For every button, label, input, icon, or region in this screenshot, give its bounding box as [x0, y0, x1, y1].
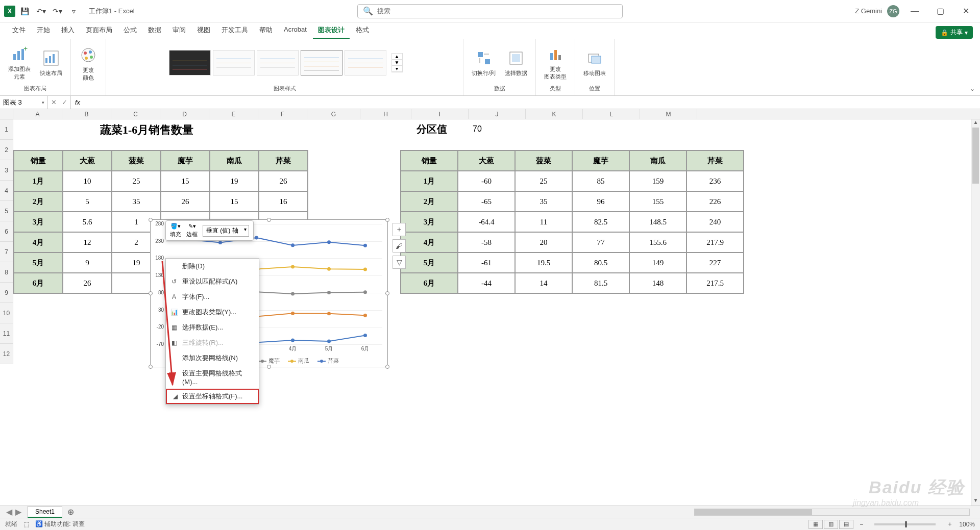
- tab-7[interactable]: 视图: [192, 22, 215, 39]
- td[interactable]: 26: [259, 171, 308, 191]
- gallery-down-icon[interactable]: ▼: [392, 60, 402, 66]
- td[interactable]: 25: [515, 171, 572, 191]
- chart-style-3[interactable]: [257, 50, 299, 75]
- row-header-10[interactable]: 10: [0, 303, 13, 323]
- gallery-up-icon[interactable]: ▲: [392, 54, 402, 60]
- row-header-7[interactable]: 7: [0, 242, 13, 262]
- zoom-thumb[interactable]: [905, 521, 907, 527]
- td[interactable]: 26: [161, 191, 210, 212]
- share-button[interactable]: 🔒 共享 ▾: [936, 26, 973, 39]
- row-header-4[interactable]: 4: [0, 181, 13, 201]
- td[interactable]: 77: [572, 232, 629, 253]
- tab-8[interactable]: 开发工具: [216, 22, 253, 39]
- search-input[interactable]: [377, 7, 617, 15]
- mini-fill-button[interactable]: 🪣▾ 填充: [170, 223, 181, 238]
- chart-plus-icon[interactable]: ＋: [393, 223, 406, 236]
- tab-9[interactable]: 帮助: [254, 22, 278, 39]
- sheet-tab-1[interactable]: Sheet1: [28, 506, 62, 518]
- col-header-I[interactable]: I: [411, 109, 469, 119]
- view-page-icon[interactable]: ▥: [824, 520, 838, 529]
- move-chart-button[interactable]: 移动图表: [580, 47, 609, 79]
- mini-axis-dropdown[interactable]: 垂直 (值) 轴: [203, 225, 249, 237]
- minimize-button[interactable]: —: [904, 4, 925, 18]
- ctx-item[interactable]: ◢设置坐标轴格式(F)...: [166, 389, 259, 404]
- td[interactable]: 11: [515, 212, 572, 232]
- chart-style-2[interactable]: [213, 50, 255, 75]
- change-chart-type-button[interactable]: 更改 图表类型: [541, 43, 570, 83]
- td[interactable]: 149: [629, 253, 687, 273]
- td[interactable]: 217.5: [687, 273, 744, 293]
- chart-handle-ne[interactable]: [385, 218, 389, 222]
- chart-handle-n[interactable]: [267, 218, 271, 222]
- cancel-icon[interactable]: ✕: [51, 98, 57, 106]
- col-header-F[interactable]: F: [258, 109, 307, 119]
- tab-1[interactable]: 开始: [32, 22, 55, 39]
- td[interactable]: 14: [515, 273, 572, 293]
- td[interactable]: 19.5: [515, 253, 572, 273]
- ctx-item[interactable]: ▦选择数据(E)...: [166, 320, 259, 335]
- td[interactable]: 226: [687, 191, 744, 212]
- td[interactable]: 4月: [401, 232, 458, 253]
- col-header-D[interactable]: D: [160, 109, 209, 119]
- row-header-3[interactable]: 3: [0, 160, 13, 181]
- row-header-9[interactable]: 9: [0, 283, 13, 303]
- view-break-icon[interactable]: ▤: [839, 520, 853, 529]
- td[interactable]: 16: [259, 191, 308, 212]
- td[interactable]: 82.5: [572, 212, 629, 232]
- td[interactable]: 227: [687, 253, 744, 273]
- tab-11[interactable]: 图表设计: [313, 22, 350, 39]
- chart-handle-e[interactable]: [385, 291, 389, 295]
- row-header-8[interactable]: 8: [0, 262, 13, 283]
- col-header-M[interactable]: M: [640, 109, 697, 119]
- enter-icon[interactable]: ✓: [62, 98, 67, 106]
- td[interactable]: 15: [210, 191, 259, 212]
- add-chart-element-button[interactable]: + 添加图表 元素: [5, 43, 34, 83]
- maximize-button[interactable]: ▢: [930, 4, 950, 18]
- zoom-in-icon[interactable]: ＋: [947, 520, 953, 528]
- macro-record-icon[interactable]: ⬚: [23, 521, 29, 528]
- row-header-11[interactable]: 11: [0, 323, 13, 344]
- col-header-C[interactable]: C: [111, 109, 160, 119]
- cells-area[interactable]: 蔬菜1-6月销售数量 分区值 70 销量大葱菠菜魔芋南瓜芹菜1月10251519…: [13, 119, 980, 506]
- tab-6[interactable]: 审阅: [167, 22, 191, 39]
- row-header-2[interactable]: 2: [0, 140, 13, 160]
- ctx-item[interactable]: ↺重设以匹配样式(A): [166, 274, 259, 289]
- td[interactable]: 3月: [401, 212, 458, 232]
- scroll-up-icon[interactable]: ▲: [971, 119, 980, 128]
- scroll-down-icon[interactable]: ▼: [971, 497, 980, 506]
- chart-handle-s[interactable]: [267, 365, 271, 369]
- chart-style-4[interactable]: [301, 50, 342, 75]
- td[interactable]: 159: [629, 171, 687, 191]
- col-header-B[interactable]: B: [62, 109, 111, 119]
- td[interactable]: -64.4: [458, 212, 515, 232]
- td[interactable]: 96: [572, 191, 629, 212]
- td[interactable]: -44: [458, 273, 515, 293]
- zoom-level[interactable]: 100%: [959, 521, 975, 528]
- select-all-corner[interactable]: [0, 109, 13, 119]
- td[interactable]: -65: [458, 191, 515, 212]
- name-box[interactable]: 图表 3▾: [0, 96, 48, 109]
- tab-2[interactable]: 插入: [56, 22, 80, 39]
- td[interactable]: 5.6: [63, 212, 112, 232]
- col-header-A[interactable]: A: [13, 109, 62, 119]
- td[interactable]: 148: [629, 273, 687, 293]
- td[interactable]: 3月: [14, 212, 63, 232]
- td[interactable]: 236: [687, 171, 744, 191]
- tab-0[interactable]: 文件: [7, 22, 31, 39]
- td[interactable]: 25: [112, 171, 161, 191]
- td[interactable]: 6月: [14, 273, 63, 293]
- col-header-L[interactable]: L: [583, 109, 640, 119]
- td[interactable]: 20: [515, 232, 572, 253]
- col-header-J[interactable]: J: [469, 109, 526, 119]
- td[interactable]: 85: [572, 171, 629, 191]
- zoom-out-icon[interactable]: −: [860, 521, 863, 528]
- td[interactable]: 35: [515, 191, 572, 212]
- td[interactable]: -61: [458, 253, 515, 273]
- ctx-item[interactable]: 添加次要网格线(N): [166, 350, 259, 366]
- td[interactable]: 26: [63, 273, 112, 293]
- gallery-more-icon[interactable]: ▾: [392, 66, 402, 72]
- tab-12[interactable]: 格式: [351, 22, 374, 39]
- tab-3[interactable]: 页面布局: [81, 22, 117, 39]
- chart-handle-se[interactable]: [385, 365, 389, 369]
- ctx-item[interactable]: A字体(F)...: [166, 289, 259, 305]
